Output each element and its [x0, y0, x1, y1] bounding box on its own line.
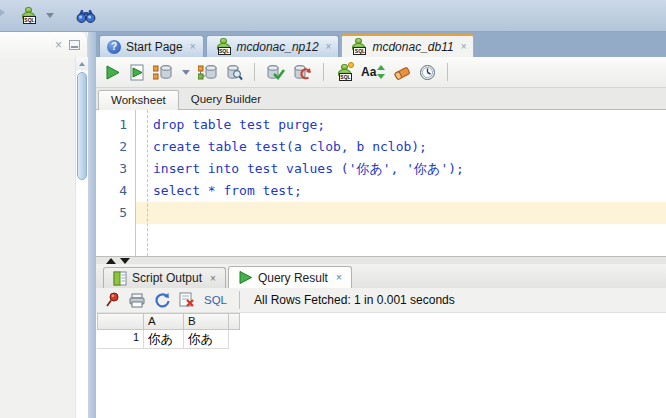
query-result-icon — [238, 270, 253, 285]
run-script-button[interactable] — [129, 61, 145, 83]
cell-a[interactable]: 你あ — [144, 330, 184, 349]
star-icon — [348, 62, 354, 68]
code-line[interactable]: create table test(a clob, b nclob); — [136, 136, 666, 158]
table-row: 1 你あ 你あ — [97, 330, 240, 349]
vertical-splitter[interactable] — [88, 32, 96, 418]
line-number-gutter: 1 2 3 4 5 — [96, 110, 136, 256]
cell-b[interactable]: 你あ — [184, 330, 229, 349]
line-number: 5 — [96, 202, 127, 224]
tab-mcdonac-np12[interactable]: SQL mcdonac_np12 × — [206, 35, 340, 57]
to-upper-lower-button[interactable]: Aa — [361, 61, 385, 83]
clear-button[interactable] — [393, 61, 411, 83]
grid-header-filler — [229, 313, 240, 330]
tab-label: mcdonac_db11 — [372, 40, 453, 54]
fetch-status-text: All Rows Fetched: 1 in 0.001 seconds — [254, 293, 455, 307]
eraser-icon — [393, 65, 411, 80]
splitter-collapse-down-icon[interactable] — [120, 258, 130, 264]
grid-header-row: A B — [97, 313, 240, 330]
tab-mcdonac-db11[interactable]: SQL mcdonac_db11 × — [341, 34, 474, 57]
sql-worksheet-icon: SQL — [214, 38, 232, 55]
tab-query-result[interactable]: Query Result × — [228, 266, 352, 288]
autotrace-db-icon — [153, 64, 172, 81]
line-number: 2 — [96, 136, 127, 158]
code-area[interactable]: drop table test purge; create table test… — [136, 110, 666, 256]
print-button[interactable] — [129, 293, 145, 308]
fetch-delete-button[interactable] — [179, 292, 195, 308]
row-number-cell[interactable]: 1 — [97, 330, 144, 349]
close-icon[interactable]: × — [326, 42, 332, 52]
panel-close-icon[interactable]: × — [55, 39, 62, 51]
unshared-worksheet-button[interactable]: SQL — [335, 61, 353, 83]
tab-worksheet[interactable]: Worksheet — [98, 90, 179, 110]
sql-link[interactable]: SQL — [204, 294, 227, 306]
rollback-icon — [293, 64, 312, 81]
unshared-worksheet-icon: SQL — [335, 64, 353, 81]
document-tab-strip: ? Start Page × SQL mcdonac_np12 × SQL — [96, 32, 666, 57]
new-sql-worksheet-button[interactable]: SQL — [16, 4, 40, 28]
main-toolbar: SQL — [0, 0, 666, 32]
close-icon[interactable]: × — [190, 42, 196, 52]
close-icon[interactable]: × — [336, 272, 342, 283]
tab-query-builder[interactable]: Query Builder — [179, 90, 273, 109]
toolbar-separator — [239, 291, 240, 309]
run-icon — [104, 64, 121, 81]
output-tab-bar: Script Output × Query Result × — [96, 264, 666, 288]
autotrace-dropdown-caret[interactable] — [182, 70, 190, 75]
query-result-panel: A B 1 你あ 你あ — [96, 313, 666, 418]
toolbar-separator — [323, 63, 324, 81]
worksheet-tab-bar: Worksheet Query Builder — [96, 88, 666, 110]
rollback-button[interactable] — [293, 61, 312, 83]
run-script-icon — [129, 64, 145, 81]
tab-label: Start Page — [126, 40, 183, 54]
tab-label: Query Result — [258, 271, 328, 285]
worksheet-toolbar: SQL Aa — [96, 57, 666, 88]
connections-panel-header: × — [0, 32, 88, 57]
code-line[interactable]: drop table test purge; — [136, 114, 666, 136]
connections-panel: × — [0, 32, 88, 418]
grid-corner-cell[interactable] — [97, 313, 144, 330]
toolbar-separator — [447, 63, 448, 81]
result-grid: A B 1 你あ 你あ — [97, 313, 240, 349]
close-icon[interactable]: × — [210, 273, 216, 284]
line-number: 4 — [96, 180, 127, 202]
script-output-icon — [113, 271, 127, 286]
result-toolbar: SQL All Rows Fetched: 1 in 0.001 seconds — [96, 288, 666, 313]
scrollbar-thumb[interactable] — [77, 72, 87, 180]
explain-plan-button[interactable] — [198, 61, 217, 83]
db-magnifier-icon — [225, 64, 243, 81]
sql-developer-window: SQL × — [0, 0, 666, 418]
panel-scrollbar[interactable] — [75, 57, 88, 418]
tab-label: mcdonac_np12 — [237, 40, 319, 54]
toolbar-separator — [254, 63, 255, 81]
autotrace-button[interactable] — [153, 61, 172, 83]
sql-badge-text: SQL — [23, 16, 36, 24]
commit-button[interactable] — [266, 61, 285, 83]
commit-icon — [266, 64, 285, 81]
sql-history-button[interactable] — [419, 61, 436, 83]
refresh-button[interactable] — [154, 292, 170, 308]
explain-plan-icon — [198, 64, 217, 81]
sql-tuning-button[interactable] — [225, 61, 243, 83]
search-button[interactable] — [74, 4, 98, 28]
toolbar-overflow-fragment — [0, 9, 5, 16]
column-header-a[interactable]: A — [144, 313, 184, 330]
horizontal-splitter[interactable] — [96, 256, 666, 264]
code-line-current[interactable] — [136, 202, 666, 224]
worksheet-dropdown-caret[interactable] — [46, 13, 54, 18]
binoculars-icon — [76, 8, 96, 24]
sql-editor[interactable]: 1 2 3 4 5 drop table test purge; create … — [96, 110, 666, 256]
code-line[interactable]: insert into test values ('你あ', '你あ'); — [136, 158, 666, 180]
scrollbar-up-icon[interactable] — [76, 57, 88, 70]
column-header-b[interactable]: B — [184, 313, 229, 330]
case-arrows-icon — [377, 65, 385, 79]
tab-start-page[interactable]: ? Start Page × — [99, 35, 204, 57]
run-statement-button[interactable] — [104, 61, 121, 83]
close-icon[interactable]: × — [461, 42, 467, 52]
line-number: 1 — [96, 114, 127, 136]
pin-button[interactable] — [105, 292, 120, 308]
panel-minimize-icon[interactable] — [69, 40, 80, 50]
tab-script-output[interactable]: Script Output × — [103, 267, 226, 288]
help-icon: ? — [107, 40, 121, 54]
code-line[interactable]: select * from test; — [136, 180, 666, 202]
splitter-collapse-up-icon[interactable] — [106, 258, 116, 264]
